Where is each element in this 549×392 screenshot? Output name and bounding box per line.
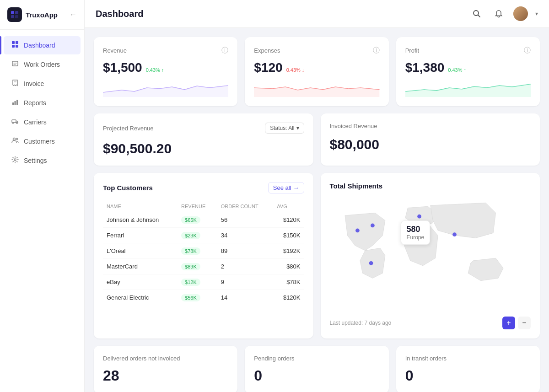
- reports-icon: [11, 98, 19, 107]
- profit-badge: 0.43% ↑: [448, 67, 466, 73]
- pending-orders-card: Pending orders 0: [245, 346, 388, 392]
- table-row: Johnson & Johnson $65K 56 $120K: [103, 212, 304, 228]
- svg-marker-21: [405, 84, 531, 97]
- search-button[interactable]: [469, 6, 484, 21]
- expenses-badge: 0.43% ↓: [286, 67, 305, 73]
- see-all-button[interactable]: See all →: [268, 182, 304, 193]
- in-transit-orders-card: In transit orders 0: [396, 346, 540, 392]
- stats-row: Delivered orders not invoiced 28 Pending…: [94, 346, 540, 392]
- svg-rect-12: [12, 120, 16, 123]
- customers-table-body: Johnson & Johnson $65K 56 $120K Ferrari …: [103, 212, 304, 306]
- customer-name: MasterCard: [103, 259, 178, 274]
- tooltip-count: 580: [407, 225, 425, 234]
- svg-point-18: [474, 11, 479, 16]
- carriers-icon: [11, 118, 19, 127]
- sidebar-item-settings[interactable]: Settings: [4, 151, 81, 170]
- sidebar-item-customers[interactable]: Customers: [4, 132, 81, 150]
- expenses-chart: [254, 79, 379, 97]
- invoice-label: Invoice: [24, 80, 44, 87]
- revenue-value: $1,500 0.43% ↑: [103, 60, 228, 75]
- revenue-card: Revenue ⓘ $1,500 0.43% ↑: [94, 37, 237, 106]
- logo-text: TruxoApp: [26, 11, 58, 19]
- customer-avg: $150K: [273, 228, 304, 243]
- arrow-right-icon: →: [293, 184, 299, 191]
- map-dot-south-america: [369, 261, 373, 265]
- customer-name: Ferrari: [103, 228, 178, 243]
- svg-rect-2: [11, 15, 14, 18]
- table-row: Ferrari $23K 34 $150K: [103, 228, 304, 243]
- invoiced-revenue-card: Invoiced Revenue $80,000: [321, 113, 540, 166]
- collapse-button[interactable]: ←: [70, 11, 77, 19]
- svg-point-16: [16, 138, 18, 140]
- page-title: Dashboard: [96, 9, 469, 19]
- map-dot-north-america-east: [371, 224, 375, 228]
- carriers-label: Carriers: [24, 118, 47, 126]
- kpi-cards-row: Revenue ⓘ $1,500 0.43% ↑ Expenses: [94, 37, 540, 106]
- revenue-info-icon[interactable]: ⓘ: [221, 46, 228, 55]
- status-filter-button[interactable]: Status: All ▾: [265, 123, 304, 134]
- top-customers-card: Top Customers See all → NAME REVENUE ORD…: [94, 173, 313, 338]
- expenses-card-header: Expenses ⓘ: [254, 46, 379, 55]
- user-menu-chevron[interactable]: ▾: [535, 11, 538, 17]
- projected-revenue-card: Projected Revenue Status: All ▾ $90,500.…: [94, 113, 313, 166]
- main-content: Dashboard ▾: [85, 0, 549, 392]
- total-shipments-card: Total Shipments: [321, 173, 540, 338]
- col-revenue: REVENUE: [178, 201, 217, 212]
- sidebar-item-invoice[interactable]: Invoice: [4, 75, 81, 93]
- svg-rect-9: [12, 102, 14, 105]
- sidebar-navigation: Dashboard Work Orders Invoice: [0, 30, 84, 392]
- customer-name: L'Oréal: [103, 243, 178, 259]
- pending-orders-value: 0: [254, 367, 379, 384]
- delivered-orders-value: 28: [103, 367, 228, 384]
- invoiced-revenue-header: Invoiced Revenue: [330, 123, 531, 129]
- top-customers-title: Top Customers: [103, 184, 153, 192]
- revenue-badge: 0.43% ↑: [146, 67, 164, 73]
- svg-rect-7: [16, 45, 18, 48]
- total-shipments-title: Total Shipments: [330, 182, 531, 190]
- svg-rect-0: [11, 11, 14, 14]
- sidebar-item-work-orders[interactable]: Work Orders: [4, 55, 81, 74]
- revenue-label: Revenue: [103, 47, 127, 54]
- customer-avg: $120K: [273, 290, 304, 306]
- notifications-button[interactable]: [491, 6, 506, 21]
- status-filter-label: Status: All: [270, 125, 294, 131]
- customers-icon: [11, 137, 19, 146]
- customer-order-count: 2: [217, 259, 274, 274]
- work-orders-label: Work Orders: [24, 61, 60, 68]
- customer-order-count: 14: [217, 290, 274, 306]
- top-customers-header: Top Customers See all →: [103, 182, 304, 193]
- profit-value: $1,380 0.43% ↑: [405, 60, 531, 75]
- pending-orders-label: Pending orders: [254, 355, 379, 362]
- col-avg: AVG: [273, 201, 304, 212]
- expenses-card: Expenses ⓘ $120 0.43% ↓: [245, 37, 388, 106]
- invoiced-revenue-value: $80,000: [330, 137, 531, 152]
- svg-rect-8: [12, 61, 18, 66]
- customer-avg: $192K: [273, 243, 304, 259]
- bottom-main-row: Top Customers See all → NAME REVENUE ORD…: [94, 173, 540, 338]
- customer-name: eBay: [103, 274, 178, 290]
- map-zoom-out-button[interactable]: −: [518, 317, 531, 329]
- customer-avg: $78K: [273, 274, 304, 290]
- expenses-info-icon[interactable]: ⓘ: [373, 46, 380, 55]
- customer-revenue: $12K: [178, 274, 217, 290]
- svg-rect-4: [12, 41, 15, 44]
- user-avatar[interactable]: [513, 6, 528, 21]
- table-row: eBay $12K 9 $78K: [103, 274, 304, 290]
- projected-revenue-header: Projected Revenue Status: All ▾: [103, 123, 304, 134]
- customers-label: Customers: [24, 138, 55, 145]
- dashboard-content: Revenue ⓘ $1,500 0.43% ↑ Expenses: [85, 28, 549, 392]
- dashboard-label: Dashboard: [24, 42, 55, 49]
- reports-label: Reports: [24, 99, 46, 107]
- svg-marker-19: [103, 86, 228, 97]
- customer-revenue: $65K: [178, 212, 217, 228]
- work-orders-icon: [11, 60, 19, 69]
- svg-rect-5: [16, 41, 18, 44]
- sidebar-item-dashboard[interactable]: Dashboard: [4, 36, 81, 54]
- svg-rect-10: [15, 101, 16, 105]
- sidebar-item-reports[interactable]: Reports: [4, 94, 81, 112]
- profit-info-icon[interactable]: ⓘ: [524, 46, 531, 55]
- sidebar-item-carriers[interactable]: Carriers: [4, 113, 81, 131]
- map-zoom-in-button[interactable]: +: [502, 317, 515, 329]
- map-dot-europe: [417, 215, 421, 219]
- delivered-orders-label: Delivered orders not invoiced: [103, 355, 228, 362]
